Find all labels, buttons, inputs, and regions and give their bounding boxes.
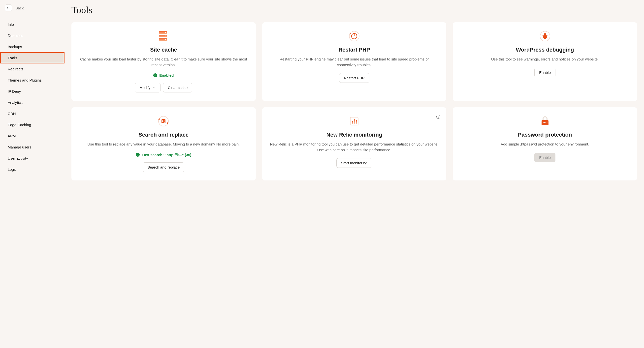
svg-line-15 bbox=[547, 36, 548, 36]
card-password-protection: Password protection Add simple .htpasswd… bbox=[453, 107, 637, 180]
svg-point-32 bbox=[546, 122, 547, 123]
card-title: WordPress debugging bbox=[516, 47, 574, 53]
card-restart-php: Restart PHP Restarting your PHP engine m… bbox=[262, 22, 446, 101]
lock-icon bbox=[540, 116, 550, 127]
chevron-down-icon bbox=[153, 86, 156, 89]
modify-button[interactable]: Modify bbox=[135, 83, 160, 92]
status-label: Last search: "http://k..." (35) bbox=[142, 153, 191, 157]
server-stack-icon bbox=[158, 31, 169, 42]
svg-line-14 bbox=[542, 36, 543, 36]
card-description: Use this tool to replace any value in yo… bbox=[87, 142, 240, 147]
sidebar-item-domains[interactable]: Domains bbox=[0, 30, 64, 41]
svg-line-17 bbox=[547, 38, 548, 38]
sidebar-item-apm[interactable]: APM bbox=[0, 130, 64, 142]
sidebar-item-backups[interactable]: Backups bbox=[0, 41, 64, 52]
status-enabled: ✓ Enabled bbox=[153, 73, 174, 77]
card-description: Use this tool to see warnings, errors an… bbox=[491, 56, 599, 62]
clear-cache-button[interactable]: Clear cache bbox=[163, 83, 192, 92]
sidebar-item-redirects[interactable]: Redirects bbox=[0, 63, 64, 75]
back-label: Back bbox=[16, 6, 24, 10]
modify-label: Modify bbox=[140, 85, 150, 90]
svg-point-6 bbox=[165, 39, 166, 40]
sidebar-item-user-activity[interactable]: User activity bbox=[0, 153, 64, 164]
sidebar-item-logs[interactable]: Logs bbox=[0, 164, 64, 175]
power-restart-icon bbox=[349, 31, 360, 42]
svg-point-31 bbox=[545, 122, 546, 123]
card-description: Restarting your PHP engine may clear out… bbox=[270, 56, 439, 68]
sidebar: Back Info Domains Backups Tools Redirect… bbox=[0, 0, 64, 348]
check-circle-icon: ✓ bbox=[136, 153, 140, 157]
svg-point-13 bbox=[544, 33, 546, 35]
bar-chart-icon bbox=[349, 116, 360, 127]
search-replace-button[interactable]: Search and replace bbox=[143, 162, 184, 172]
svg-point-30 bbox=[544, 122, 545, 123]
sidebar-item-manage-users[interactable]: Manage users bbox=[0, 142, 64, 153]
card-wp-debugging: WordPress debugging Use this tool to see… bbox=[453, 22, 637, 101]
svg-point-4 bbox=[165, 32, 166, 33]
enable-button: Enable bbox=[534, 153, 556, 162]
back-button[interactable] bbox=[5, 4, 12, 11]
bug-icon bbox=[540, 31, 550, 42]
svg-point-29 bbox=[543, 122, 544, 123]
card-title: New Relic monitoring bbox=[326, 132, 382, 138]
card-title: Restart PHP bbox=[338, 47, 370, 53]
svg-rect-28 bbox=[542, 120, 548, 125]
help-icon[interactable]: ? bbox=[436, 115, 440, 119]
tools-grid: Site cache Cache makes your site load fa… bbox=[72, 22, 637, 180]
card-description: New Relic is a PHP monitoring tool you c… bbox=[270, 142, 439, 153]
card-new-relic: ? New Relic monitoring New Relic is a PH… bbox=[262, 107, 446, 180]
svg-rect-27 bbox=[356, 120, 357, 124]
page-title: Tools bbox=[72, 4, 637, 15]
svg-rect-26 bbox=[354, 119, 355, 124]
sidebar-item-info[interactable]: Info bbox=[0, 19, 64, 30]
check-circle-icon: ✓ bbox=[153, 73, 157, 77]
start-monitoring-button[interactable]: Start monitoring bbox=[336, 158, 372, 168]
card-title: Password protection bbox=[518, 132, 572, 138]
sidebar-item-tools[interactable]: Tools bbox=[0, 52, 64, 63]
sidebar-item-themes-plugins[interactable]: Themes and Plugins bbox=[0, 75, 64, 86]
svg-point-7 bbox=[349, 31, 359, 41]
card-site-cache: Site cache Cache makes your site load fa… bbox=[72, 22, 256, 101]
card-description: Add simple .htpasswd protection to your … bbox=[500, 142, 589, 147]
main-content: Tools Site cache Cache makes you bbox=[64, 0, 644, 348]
card-description: Cache makes your site load faster by sto… bbox=[79, 56, 248, 68]
arrow-left-icon bbox=[7, 6, 10, 10]
card-search-replace: Search and replace Use this tool to repl… bbox=[72, 107, 256, 180]
button-row: Modify Clear cache bbox=[135, 83, 192, 92]
card-title: Site cache bbox=[150, 47, 177, 53]
back-row: Back bbox=[0, 4, 64, 19]
svg-line-16 bbox=[542, 38, 543, 38]
sidebar-item-analytics[interactable]: Analytics bbox=[0, 97, 64, 108]
restart-php-button[interactable]: Restart PHP bbox=[339, 73, 369, 83]
enable-button[interactable]: Enable bbox=[534, 68, 556, 77]
search-replace-icon bbox=[158, 116, 169, 127]
svg-rect-25 bbox=[352, 121, 353, 124]
sidebar-nav: Info Domains Backups Tools Redirects The… bbox=[0, 19, 64, 175]
sidebar-item-ip-deny[interactable]: IP Deny bbox=[0, 86, 64, 97]
svg-point-5 bbox=[165, 36, 166, 36]
status-last-search: ✓ Last search: "http://k..." (35) bbox=[136, 153, 191, 157]
status-label: Enabled bbox=[159, 73, 174, 77]
sidebar-item-cdn[interactable]: CDN bbox=[0, 108, 64, 119]
card-title: Search and replace bbox=[138, 132, 188, 138]
sidebar-item-edge-caching[interactable]: Edge Caching bbox=[0, 119, 64, 130]
